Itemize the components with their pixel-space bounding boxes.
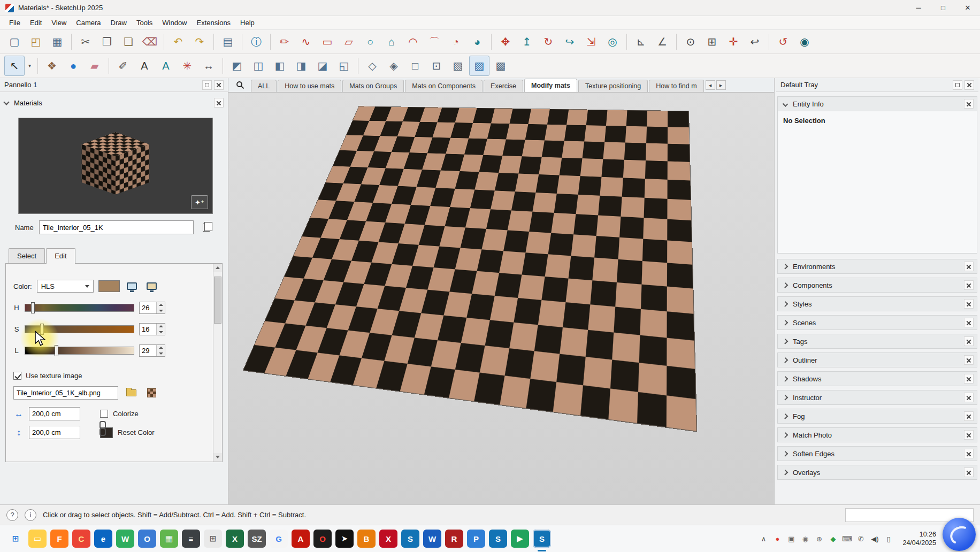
close-section-button[interactable] [964, 467, 974, 477]
menu-edit[interactable]: Edit [25, 17, 47, 29]
texture-preview-button[interactable] [144, 386, 159, 400]
scene-tabs-scroll-right[interactable]: ▸ [716, 80, 726, 90]
3d-text-tool[interactable]: A [156, 56, 176, 76]
close-section-button[interactable] [964, 449, 974, 458]
eyedropper-tool[interactable]: ✐ [113, 56, 133, 76]
delete-button[interactable]: ⌫ [140, 32, 160, 52]
saturation-decrement-button[interactable] [157, 329, 165, 335]
two-point-arc-tool[interactable]: ⌒ [424, 32, 445, 52]
pie-tool[interactable]: ◕ [467, 32, 487, 52]
taskbar-android[interactable]: ▶ [511, 530, 529, 548]
tray-shield-icon[interactable]: ◆ [826, 531, 839, 546]
maximize-button[interactable]: □ [931, 0, 955, 16]
back-edges-button[interactable]: ◈ [384, 56, 404, 76]
tray-chevron-up[interactable]: ∧ [757, 531, 770, 546]
tray-keyboard-icon[interactable]: ⌨ [840, 531, 853, 546]
view-front-button[interactable]: ◧ [270, 56, 290, 76]
tab-select[interactable]: Select [9, 248, 45, 263]
print-button[interactable]: ▤ [218, 32, 238, 52]
redo-button[interactable]: ↷ [189, 32, 210, 52]
lightness-input[interactable] [140, 345, 156, 356]
taskbar-rhino[interactable]: R [445, 530, 463, 548]
three-point-arc-tool[interactable]: ◔ [446, 32, 466, 52]
view-left-button[interactable]: ◱ [334, 56, 354, 76]
scroll-up-button[interactable] [213, 264, 222, 272]
close-section-button[interactable] [964, 411, 974, 421]
menu-file[interactable]: File [4, 17, 25, 29]
taskbar-word[interactable]: W [423, 530, 441, 548]
tray-phone-icon[interactable]: ✆ [854, 531, 867, 546]
paste-button[interactable]: ❏ [118, 32, 139, 52]
scene-tab-exercise[interactable]: Exercise [484, 80, 523, 92]
rotate-tool[interactable]: ↻ [538, 32, 558, 52]
view-right-button[interactable]: ◨ [291, 56, 311, 76]
volume-icon[interactable]: ◀) [868, 531, 881, 546]
paint-bucket-tool[interactable]: ● [63, 56, 83, 76]
screen-recorder-bubble[interactable] [943, 518, 976, 551]
taskbar-paint-tool[interactable]: P [467, 530, 485, 548]
panel-close-button[interactable] [214, 80, 224, 90]
eraser-tool[interactable]: ▰ [85, 56, 105, 76]
taskbar-store[interactable]: ⊞ [204, 530, 222, 548]
tape-measure-tool[interactable]: ⊾ [631, 32, 651, 52]
monochrome-button[interactable]: ▩ [491, 56, 511, 76]
text-tool[interactable]: A [134, 56, 155, 76]
close-section-button[interactable] [964, 262, 974, 271]
dimension-tool[interactable]: ↔ [198, 56, 219, 76]
move-tool[interactable]: ✥ [495, 32, 516, 52]
taskbar-calculator[interactable]: ▦ [160, 530, 178, 548]
close-section-button[interactable] [964, 99, 974, 109]
xray-mode-button[interactable]: ◇ [362, 56, 382, 76]
tray-pin-button[interactable] [953, 80, 962, 90]
battery-icon[interactable]: ▯ [882, 531, 895, 546]
tray-section-environments[interactable]: Environments [777, 259, 977, 274]
tray-section-instructor[interactable]: Instructor [777, 390, 977, 405]
search-scenes-button[interactable] [229, 78, 251, 92]
scene-tab-modify-mats[interactable]: Modify mats [524, 79, 577, 92]
wireframe-button[interactable]: □ [405, 56, 425, 76]
zoom-window-tool[interactable]: ⊞ [702, 32, 722, 52]
saturation-increment-button[interactable] [157, 324, 165, 329]
tray-section-shadows[interactable]: Shadows [777, 371, 977, 386]
zoom-previous-button[interactable]: ↩ [745, 32, 765, 52]
browse-texture-button[interactable] [124, 386, 139, 400]
close-section-button[interactable] [964, 355, 974, 365]
use-texture-checkbox[interactable] [13, 372, 21, 380]
close-section-button[interactable] [964, 336, 974, 346]
save-button[interactable]: ▦ [47, 32, 67, 52]
aspect-lock-icon[interactable] [99, 421, 104, 435]
tray-section-overlays[interactable]: Overlays [777, 465, 977, 480]
copy-button[interactable]: ❐ [97, 32, 117, 52]
recording-indicator[interactable]: ● [771, 531, 784, 546]
taskbar-blender[interactable]: B [357, 530, 376, 548]
viewport-floor[interactable] [243, 106, 696, 431]
lightness-increment-button[interactable] [157, 345, 165, 351]
tray-section-tags[interactable]: Tags [777, 334, 977, 349]
taskbar-pointer-app[interactable]: ➤ [335, 530, 354, 548]
close-section-button[interactable] [964, 374, 974, 384]
scene-tab-how-to-use-mats[interactable]: How to use mats [278, 80, 341, 92]
tray-section-scenes[interactable]: Scenes [777, 315, 977, 330]
saturation-slider[interactable] [25, 325, 134, 333]
scene-tabs-scroll-left[interactable]: ◂ [706, 80, 715, 90]
rotated-rectangle-tool[interactable]: ▱ [339, 32, 359, 52]
taskbar-google[interactable]: G [270, 530, 288, 548]
new-button[interactable]: ▢ [4, 32, 25, 52]
polygon-tool[interactable]: ⌂ [381, 32, 402, 52]
tray-section-outliner[interactable]: Outliner [777, 352, 977, 367]
taskbar-adobe[interactable]: X [379, 530, 397, 548]
hidden-line-button[interactable]: ⊡ [426, 56, 447, 76]
tab-edit[interactable]: Edit [46, 248, 75, 264]
minimize-button[interactable]: ─ [906, 0, 931, 16]
tray-section-entity-info[interactable]: Entity Info [777, 96, 977, 111]
scene-tab-mats-on-components[interactable]: Mats on Components [405, 80, 483, 92]
taskbar-acrobat[interactable]: A [292, 530, 310, 548]
select-tool[interactable]: ↖ [4, 56, 25, 76]
taskbar-snipping[interactable]: SZ [248, 530, 266, 548]
view-iso-button[interactable]: ◩ [227, 56, 247, 76]
tray-section-styles[interactable]: Styles [777, 296, 977, 311]
scroll-thumb[interactable] [214, 277, 221, 324]
tray-orb-icon[interactable]: ◉ [799, 531, 811, 546]
taskbar-wechat[interactable]: W [116, 530, 134, 548]
undo-button[interactable]: ↶ [168, 32, 188, 52]
